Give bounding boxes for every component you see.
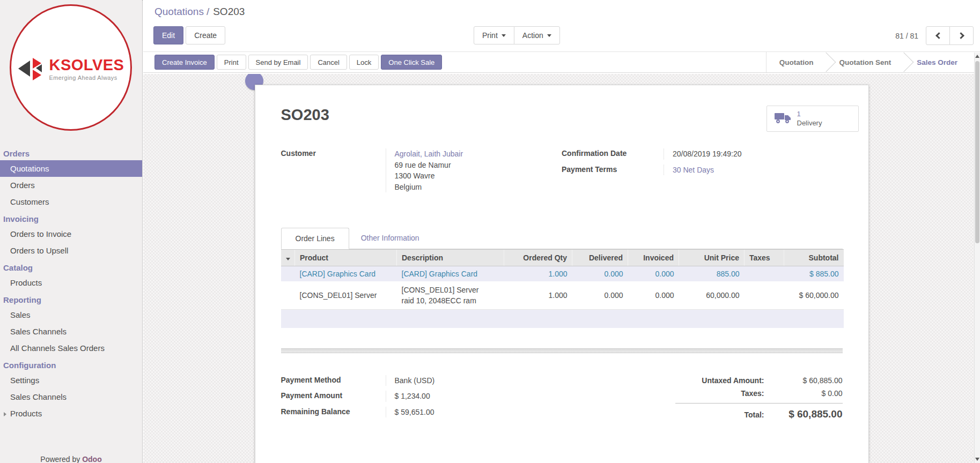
odoo-brand-link[interactable]: Odoo	[82, 455, 102, 463]
send-by-email-button[interactable]: Send by Email	[248, 55, 308, 70]
customer-link[interactable]: Agrolait, Laith Jubair	[395, 150, 463, 158]
sidebar-item-orders[interactable]: Orders	[0, 177, 142, 193]
state-sales-order[interactable]: Sales Order	[906, 58, 968, 66]
cell-description: [CARD] Graphics Card	[397, 266, 504, 282]
order-line-row[interactable]: [CARD] Graphics Card [CARD] Graphics Car…	[281, 266, 844, 282]
group-separator	[281, 348, 843, 353]
customer-field: Customer Agrolait, Laith Jubair 69 rue d…	[281, 148, 562, 192]
payment-method-field: Payment Method Bank (USD)	[281, 375, 562, 386]
payment-terms-value: 30 Net Days	[664, 165, 843, 176]
pager-next-button[interactable]	[949, 26, 974, 45]
column-unit-price[interactable]: Unit Price	[679, 250, 745, 266]
untaxed-amount-value: $ 60,885.00	[772, 376, 843, 385]
taxes-label: Taxes:	[675, 389, 772, 398]
sidebar-section-orders: Orders	[0, 145, 142, 160]
edit-button[interactable]: Edit	[153, 26, 183, 44]
stat-text: 1 Delivery	[797, 110, 822, 128]
sidebar: KSOLVES Emerging Ahead Always Orders Quo…	[0, 0, 143, 463]
tab-order-lines[interactable]: Order Lines	[281, 228, 349, 249]
cell-product: [CONS_DEL01] Server	[295, 281, 397, 310]
column-taxes[interactable]: Taxes	[745, 250, 784, 266]
total-label: Total:	[675, 410, 772, 419]
logo-brand-text: KSOLVES	[49, 57, 124, 73]
sidebar-item-all-channels-sales-orders[interactable]: All Channels Sales Orders	[0, 340, 142, 356]
document-title: SO203	[281, 106, 843, 124]
sidebar-section-configuration: Configuration	[0, 356, 142, 372]
description-line: [CONS_DEL01] Server	[402, 285, 499, 295]
caret-down-icon	[286, 258, 290, 260]
vertical-scrollbar[interactable]	[974, 53, 980, 463]
logo-text: KSOLVES Emerging Ahead Always	[49, 57, 124, 81]
sort-handle-header[interactable]	[281, 250, 295, 266]
sidebar-item-quotations[interactable]: Quotations	[0, 160, 142, 177]
ksolves-logo[interactable]: KSOLVES Emerging Ahead Always	[10, 4, 132, 131]
powered-by-odoo: Powered by Odoo	[0, 455, 142, 463]
sidebar-item-settings[interactable]: Settings	[0, 372, 142, 389]
sidebar-item-orders-to-invoice[interactable]: Orders to Invoice	[0, 226, 142, 242]
statusbar-buttons: Create Invoice Print Send by Email Cance…	[154, 55, 442, 70]
column-invoiced[interactable]: Invoiced	[628, 250, 679, 266]
sidebar-item-products[interactable]: Products	[0, 274, 142, 291]
tab-other-information[interactable]: Other Information	[349, 228, 431, 249]
column-ordered-qty[interactable]: Ordered Qty	[504, 250, 572, 266]
description-line: raid 10, 2048ECC ram	[402, 295, 499, 306]
confirmation-date-label: Confirmation Date	[562, 148, 664, 160]
scroll-down-arrow-icon[interactable]	[975, 458, 979, 461]
payment-amount-value: $ 1,234.00	[386, 391, 562, 402]
customer-address-line: Belgium	[395, 182, 562, 193]
logo-tagline: Emerging Ahead Always	[49, 74, 124, 81]
action-menu-button[interactable]: Action	[514, 26, 560, 44]
customer-value: Agrolait, Laith Jubair 69 rue de Namur 1…	[386, 148, 562, 192]
field-groups: Customer Agrolait, Laith Jubair 69 rue d…	[281, 148, 843, 197]
sidebar-item-customers[interactable]: Customers	[0, 193, 142, 210]
sidebar-item-sales-channels-report[interactable]: Sales Channels	[0, 323, 142, 340]
payment-amount-field: Payment Amount $ 1,234.00	[281, 391, 562, 402]
breadcrumb-quotations-link[interactable]: Quotations	[154, 6, 204, 17]
create-button[interactable]: Create	[186, 26, 225, 44]
sidebar-item-sales-report[interactable]: Sales	[0, 307, 142, 323]
delivery-stat-button[interactable]: 1 Delivery	[767, 106, 859, 132]
payment-and-totals: Payment Method Bank (USD) Payment Amount…	[281, 375, 843, 424]
caret-down-icon	[502, 34, 506, 37]
content-area: Quotations/SO203 Edit Create Print Actio…	[143, 0, 980, 463]
payment-terms-link[interactable]: 30 Net Days	[673, 166, 714, 174]
state-quotation-sent[interactable]: Quotation Sent	[828, 58, 902, 66]
state-quotation[interactable]: Quotation	[769, 58, 824, 66]
totals-divider	[675, 403, 843, 404]
create-invoice-button[interactable]: Create Invoice	[154, 55, 215, 70]
cell-product: [CARD] Graphics Card	[295, 266, 397, 282]
print-button[interactable]: Print	[217, 55, 246, 70]
pager-value[interactable]: 81 / 81	[895, 32, 918, 40]
caret-right-icon	[4, 412, 6, 416]
lock-button[interactable]: Lock	[349, 55, 379, 70]
column-description[interactable]: Description	[397, 250, 504, 266]
sidebar-section-invoicing: Invoicing	[0, 210, 142, 226]
column-product[interactable]: Product	[295, 250, 397, 266]
print-menu-button[interactable]: Print	[474, 26, 514, 44]
cancel-button[interactable]: Cancel	[310, 55, 347, 70]
chevron-right-icon	[957, 32, 964, 39]
scrollbar-thumb[interactable]	[975, 61, 979, 243]
truck-icon	[775, 112, 791, 126]
pager-previous-button[interactable]	[926, 26, 950, 45]
column-delivered[interactable]: Delivered	[572, 250, 628, 266]
one-click-sale-button[interactable]: One Click Sale	[381, 55, 442, 70]
order-line-row[interactable]: [CONS_DEL01] Server [CONS_DEL01] Server …	[281, 281, 844, 310]
empty-line-row[interactable]	[281, 310, 844, 328]
delivery-label: Delivery	[797, 119, 822, 128]
payment-terms-field: Payment Terms 30 Net Days	[562, 165, 843, 176]
cell-ordered-qty: 1.000	[504, 266, 572, 282]
column-subtotal[interactable]: Subtotal	[784, 250, 844, 266]
sidebar-item-products-config[interactable]: Products	[0, 405, 142, 422]
scroll-up-arrow-icon[interactable]	[975, 55, 979, 58]
remaining-balance-label: Remaining Balance	[281, 407, 386, 418]
field-group-left: Customer Agrolait, Laith Jubair 69 rue d…	[281, 148, 562, 197]
form-buttons: Edit Create	[153, 26, 225, 44]
sidebar-section-reporting: Reporting	[0, 291, 142, 307]
logo-inner: KSOLVES Emerging Ahead Always	[18, 56, 124, 83]
sidebar-item-sales-channels-config[interactable]: Sales Channels	[0, 389, 142, 405]
statusbar: Create Invoice Print Send by Email Cance…	[143, 52, 980, 73]
payment-amount-label: Payment Amount	[281, 391, 386, 402]
sidebar-item-orders-to-upsell[interactable]: Orders to Upsell	[0, 242, 142, 259]
cell-unit-price: 60,000.00	[679, 281, 745, 310]
